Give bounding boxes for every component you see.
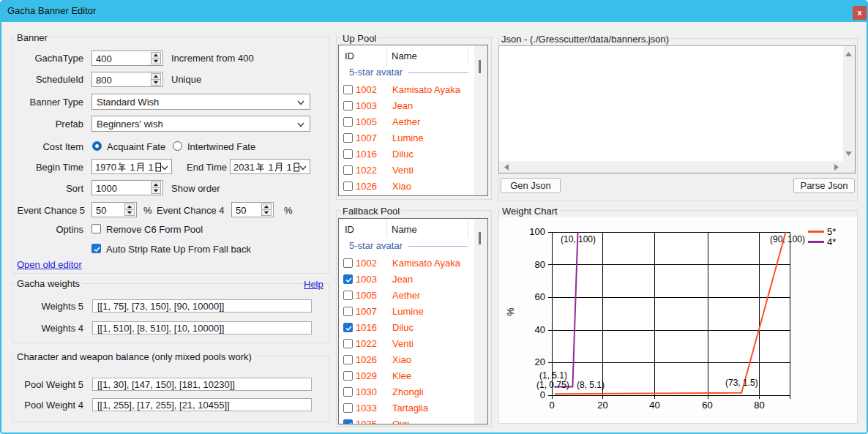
svg-text:60: 60 xyxy=(535,291,545,302)
svg-text:(1, 5.1): (1, 5.1) xyxy=(539,370,567,381)
svg-text:80: 80 xyxy=(535,259,545,270)
svg-text:(8, 5.1): (8, 5.1) xyxy=(577,380,605,390)
svg-text:40: 40 xyxy=(535,324,545,335)
svg-text:20: 20 xyxy=(597,400,607,411)
svg-text:20: 20 xyxy=(535,356,545,367)
svg-text:5*: 5* xyxy=(827,226,836,237)
svg-text:100: 100 xyxy=(529,226,545,237)
svg-text:(73, 1.5): (73, 1.5) xyxy=(725,378,758,388)
svg-text:80: 80 xyxy=(754,400,764,411)
svg-text:(90, 100): (90, 100) xyxy=(770,234,805,244)
svg-text:4*: 4* xyxy=(827,236,836,247)
svg-text:60: 60 xyxy=(702,400,712,411)
svg-text:0: 0 xyxy=(540,389,545,400)
svg-text:0: 0 xyxy=(549,400,554,411)
svg-text:%: % xyxy=(505,307,516,316)
svg-text:(10, 100): (10, 100) xyxy=(561,234,596,244)
svg-text:(1, 0.75): (1, 0.75) xyxy=(536,380,569,390)
svg-text:40: 40 xyxy=(649,400,659,411)
